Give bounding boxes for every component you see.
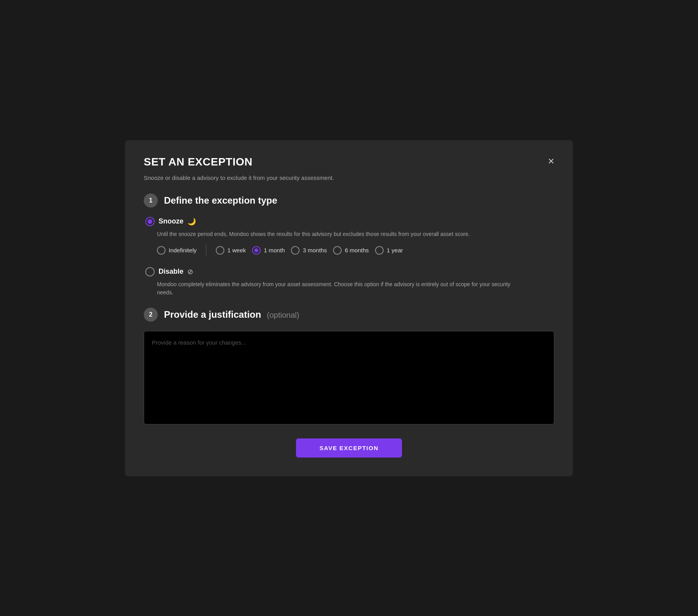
radio-1week-label: 1 week [227,247,246,253]
close-button[interactable]: × [548,156,554,167]
radio-indefinitely[interactable]: Indefinitely [157,245,206,256]
radio-3months-circle[interactable] [291,246,300,255]
radio-indefinitely-circle[interactable] [157,246,166,255]
step2-title: Provide a justification (optional) [164,309,299,320]
step1-header: 1 Define the exception type [144,194,554,208]
disable-label[interactable]: Disable ⊘ [145,267,554,276]
radio-indefinitely-label: Indefinitely [169,247,197,253]
step1-title: Define the exception type [164,195,277,206]
disable-option-block: Disable ⊘ Mondoo completely eliminates t… [144,267,554,297]
step1-number: 1 [144,194,158,208]
radio-1year-label: 1 year [387,247,403,253]
radio-6months[interactable]: 6 months [333,245,369,256]
radio-1month-label: 1 month [264,247,285,253]
radio-1month-circle[interactable] [252,246,261,255]
step2-number: 2 [144,308,158,322]
radio-6months-label: 6 months [345,247,369,253]
save-btn-container: SAVE EXCEPTION [144,438,554,458]
disable-description: Mondoo completely eliminates the advisor… [157,280,527,297]
radio-1year-circle[interactable] [375,246,384,255]
radio-1month[interactable]: 1 month [252,245,285,256]
radio-1week[interactable]: 1 week [216,245,246,256]
radio-1week-circle[interactable] [216,246,224,255]
disable-label-text: Disable [159,268,183,276]
disable-icon: ⊘ [187,268,193,276]
step2-section: 2 Provide a justification (optional) [144,308,554,426]
radio-1year[interactable]: 1 year [375,245,403,256]
snooze-icon: 🌙 [187,217,196,226]
radio-3months[interactable]: 3 months [291,245,327,256]
set-exception-modal: SET AN EXCEPTION × Snooze or disable a a… [125,140,573,476]
modal-subtitle: Snooze or disable a advisory to exclude … [144,174,554,181]
radio-6months-circle[interactable] [333,246,342,255]
step2-header: 2 Provide a justification (optional) [144,308,554,322]
snooze-description: Until the snooze period ends, Mondoo sho… [157,230,527,238]
snooze-label[interactable]: Snooze 🌙 [145,217,554,226]
save-exception-button[interactable]: SAVE EXCEPTION [296,438,402,458]
modal-header: SET AN EXCEPTION × [144,156,554,168]
radio-3months-label: 3 months [303,247,327,253]
snooze-option-block: Snooze 🌙 Until the snooze period ends, M… [144,217,554,256]
snooze-duration-group: Indefinitely 1 week 1 month 3 months 6 m… [157,245,554,256]
modal-title: SET AN EXCEPTION [144,156,252,168]
snooze-label-text: Snooze [159,217,183,225]
justification-textarea[interactable] [144,331,554,424]
step2-optional: (optional) [267,311,299,319]
disable-radio-circle[interactable] [145,267,155,276]
snooze-radio-circle[interactable] [145,217,155,226]
